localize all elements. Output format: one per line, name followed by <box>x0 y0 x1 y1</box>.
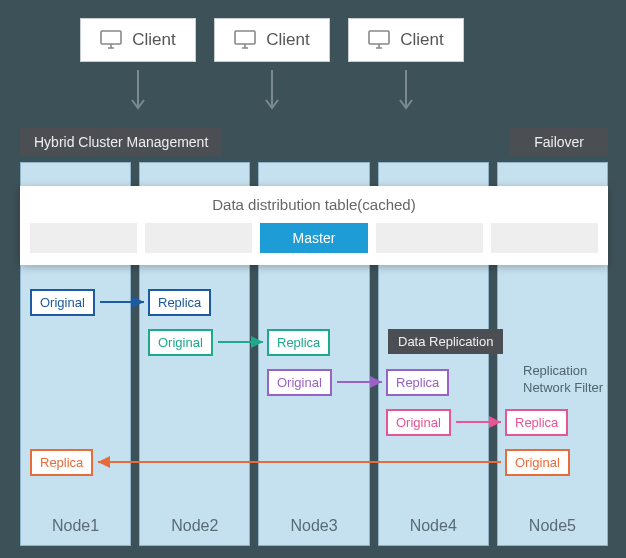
svg-rect-1 <box>235 31 255 44</box>
svg-rect-0 <box>101 31 121 44</box>
client-box: Client <box>348 18 464 62</box>
original-tag: Original <box>386 409 451 436</box>
master-label: Master <box>293 230 336 246</box>
arrow-down-icon <box>214 68 330 116</box>
replica-tag: Replica <box>386 369 449 396</box>
node-name: Node3 <box>259 517 368 535</box>
client-box: Client <box>214 18 330 62</box>
original-tag: Original <box>267 369 332 396</box>
original-tag: Original <box>30 289 95 316</box>
slot <box>145 223 252 253</box>
monitor-icon <box>100 30 122 50</box>
replica-tag: Replica <box>267 329 330 356</box>
slot-row: Master <box>30 223 598 253</box>
slot <box>30 223 137 253</box>
failover-label: Failover <box>510 128 608 156</box>
hybrid-cluster-management-label: Hybrid Cluster Management <box>20 128 222 156</box>
arrow-down-icon <box>80 68 196 116</box>
data-distribution-title: Data distribution table(cached) <box>30 196 598 213</box>
node-name: Node5 <box>498 517 607 535</box>
master-slot: Master <box>260 223 367 253</box>
slot <box>376 223 483 253</box>
node-name: Node2 <box>140 517 249 535</box>
original-tag: Original <box>148 329 213 356</box>
monitor-icon <box>368 30 390 50</box>
node-name: Node4 <box>379 517 488 535</box>
arrow-down-icon <box>348 68 464 116</box>
slot <box>491 223 598 253</box>
monitor-icon <box>234 30 256 50</box>
data-replication-label: Data Replication <box>388 329 503 354</box>
replica-tag: Replica <box>148 289 211 316</box>
side-note: Replication Network Filter <box>523 363 603 397</box>
client-row: Client Client Client <box>80 18 464 62</box>
side-note-line: Network Filter <box>523 380 603 397</box>
client-label: Client <box>132 30 175 50</box>
replica-tag: Replica <box>30 449 93 476</box>
side-note-line: Replication <box>523 363 603 380</box>
replica-tag: Replica <box>505 409 568 436</box>
client-label: Client <box>266 30 309 50</box>
original-tag: Original <box>505 449 570 476</box>
client-box: Client <box>80 18 196 62</box>
node-name: Node1 <box>21 517 130 535</box>
client-arrows <box>80 68 464 116</box>
svg-rect-2 <box>369 31 389 44</box>
client-label: Client <box>400 30 443 50</box>
data-distribution-panel: Data distribution table(cached) Master <box>20 186 608 265</box>
cluster-diagram: Client Client Client Hybrid Cluster Mana… <box>0 0 626 558</box>
